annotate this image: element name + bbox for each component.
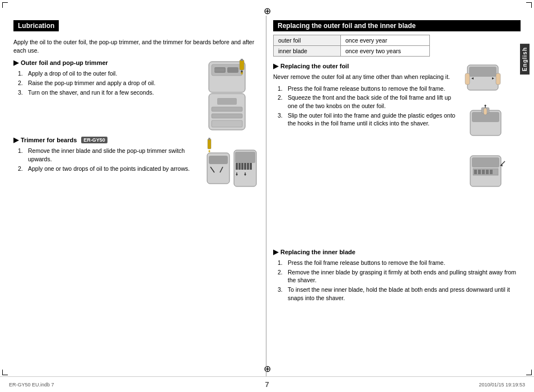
trimmer-step-1: 1. Remove the inner blade and slide the …	[18, 147, 202, 163]
corner-mark-bl	[2, 370, 8, 375]
arrow-bullet-1: ▶	[13, 59, 18, 67]
svg-rect-33	[247, 163, 249, 170]
footer: ER-GY50 EU.indb 7 7 2010/01/15 19:19:53	[0, 376, 534, 392]
outer-foil-step-2: 2. Raise the pop-up trimmer and apply a …	[18, 79, 202, 87]
outer-foil-step-r2: 2. Squeeze the front and the back side o…	[278, 94, 460, 110]
shaver-illustrations-top	[206, 59, 259, 132]
shaver-top-illustration	[206, 59, 259, 132]
outer-foil-heading: ▶ Outer foil and pop-up trimmer	[13, 59, 202, 67]
ergy50-badge: ER-GY50	[81, 137, 107, 143]
inner-blade-step-1: 1. Press the foil frame release buttons …	[278, 259, 521, 267]
svg-rect-21	[212, 114, 242, 118]
table-cell-freq-outer: once every year	[341, 35, 430, 46]
svg-marker-52	[484, 105, 486, 106]
english-sidebar: English	[520, 44, 530, 74]
svg-rect-44	[465, 73, 470, 85]
table-cell-freq-inner: once every two years	[341, 46, 430, 57]
svg-rect-24	[209, 156, 228, 164]
table-cell-part-outer: outer foil	[274, 35, 341, 46]
left-panel: Lubrication Apply the oil to the outer f…	[9, 16, 266, 376]
arrow-bullet-outer: ▶	[273, 62, 278, 70]
outer-foil-step-r1: 1. Press the foil frame release buttons …	[278, 85, 460, 93]
trimmer-illustration	[206, 136, 259, 203]
top-crosshair: ⊕	[264, 6, 271, 16]
trimmer-svg	[206, 136, 259, 203]
svg-rect-20	[212, 107, 242, 111]
inner-blade-step-2: 2. Remove the inner blade by grasping it…	[278, 268, 521, 284]
svg-rect-53	[484, 108, 487, 115]
svg-rect-40	[209, 138, 210, 140]
svg-rect-60	[486, 170, 489, 174]
outer-foil-replace-section: ▶ Replacing the outer foil Never remove …	[273, 62, 521, 192]
replacing-title: Replacing the outer foil and the inner b…	[273, 20, 521, 31]
svg-rect-61	[490, 170, 493, 174]
arrow-bullet-2: ▶	[13, 136, 18, 144]
trimmer-step-2: 2. Apply one or two drops of oil to the …	[18, 165, 202, 173]
trimmer-section: ▶ Trimmer for beards ER-GY50 1. Remove t…	[13, 136, 259, 203]
inner-blade-step-3: 3. To insert the new inner blade, hold t…	[278, 286, 521, 302]
outer-foil-step-3: 3. Turn on the shaver, and run it for a …	[18, 88, 202, 97]
right-panel: English Replacing the outer foil and the…	[266, 16, 525, 376]
svg-rect-57	[474, 170, 477, 174]
table-cell-part-inner: inner blade	[274, 46, 341, 57]
page-number: 7	[265, 380, 269, 389]
svg-rect-55	[472, 157, 499, 167]
svg-rect-30	[238, 163, 241, 170]
replacement-table: outer foil once every year inner blade o…	[273, 35, 430, 57]
lubrication-intro: Apply the oil to the outer foil, the pop…	[13, 38, 259, 54]
svg-rect-43	[469, 67, 496, 77]
corner-mark-tl	[2, 2, 8, 8]
svg-rect-59	[482, 170, 485, 174]
outer-foil-steps: 1. Apply a drop of oil to the outer foil…	[18, 69, 202, 96]
trimmer-text: ▶ Trimmer for beards ER-GY50 1. Remove t…	[13, 136, 202, 203]
outer-foil-img-3	[465, 147, 521, 192]
outer-foil-img-1	[465, 62, 521, 101]
table-row-outer-foil: outer foil once every year	[274, 35, 430, 46]
outer-foil-step-r3: 3. Slip the outer foil into the frame an…	[278, 111, 460, 128]
svg-rect-29	[236, 163, 238, 170]
outer-foil-text: ▶ Outer foil and pop-up trimmer 1. Apply…	[13, 59, 202, 132]
svg-rect-3	[227, 67, 238, 73]
svg-rect-13	[240, 60, 244, 70]
svg-rect-19	[217, 98, 237, 105]
outer-foil-images	[465, 62, 521, 192]
table-row-inner-blade: inner blade once every two years	[274, 46, 430, 57]
trimmer-heading: ▶ Trimmer for beards ER-GY50	[13, 136, 202, 144]
outer-foil-section: ▶ Outer foil and pop-up trimmer 1. Apply…	[13, 59, 259, 132]
svg-rect-22	[212, 120, 242, 127]
footer-left: ER-GY50 EU.indb 7	[9, 382, 54, 388]
inner-blade-steps: 1. Press the foil frame release buttons …	[278, 259, 521, 302]
footer-right: 2010/01/15 19:19:53	[479, 382, 525, 388]
svg-rect-45	[496, 73, 500, 85]
svg-rect-58	[478, 170, 481, 174]
corner-mark-tr	[526, 2, 532, 8]
content-area: Lubrication Apply the oil to the outer f…	[9, 16, 525, 376]
inner-blade-replace-section: ▶ Replacing the inner blade 1. Press the…	[273, 248, 521, 302]
svg-rect-34	[250, 163, 252, 170]
svg-rect-39	[208, 139, 211, 149]
svg-rect-31	[241, 163, 243, 170]
svg-rect-28	[235, 152, 255, 163]
svg-point-41	[209, 150, 210, 152]
corner-mark-br	[526, 370, 532, 375]
replacing-outer-heading: ▶ Replacing the outer foil	[273, 62, 460, 70]
lubrication-title-container: Lubrication	[13, 20, 259, 35]
trimmer-steps: 1. Remove the inner blade and slide the …	[18, 147, 202, 172]
lubrication-title: Lubrication	[13, 20, 59, 31]
svg-rect-14	[241, 59, 243, 61]
outer-foil-img-2	[465, 105, 521, 144]
arrow-bullet-inner: ▶	[273, 248, 278, 256]
svg-rect-32	[244, 163, 246, 170]
outer-foil-step-1: 1. Apply a drop of oil to the outer foil…	[18, 69, 202, 78]
replacing-inner-heading: ▶ Replacing the inner blade	[273, 248, 521, 256]
